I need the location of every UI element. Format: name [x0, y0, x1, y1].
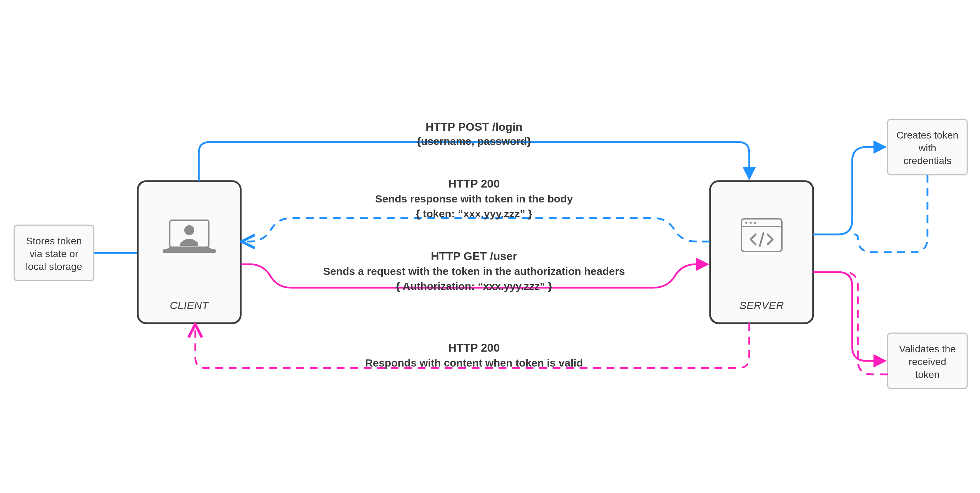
svg-point-9 — [749, 222, 752, 224]
client-label: CLIENT — [170, 300, 210, 311]
svg-point-10 — [754, 222, 756, 224]
flow3-sub2: { Authorization: “xxx.yyy.zzz” } — [396, 280, 552, 292]
flow1-arrow — [199, 142, 749, 181]
create-line1: Creates token — [897, 130, 958, 140]
storage-line3: local storage — [26, 261, 83, 272]
create-to-server-arrow — [854, 175, 928, 252]
validate-line2: received — [908, 356, 946, 367]
storage-line2: via state or — [30, 248, 78, 259]
server-to-create-arrow — [813, 147, 884, 235]
flow2-title: HTTP 200 — [448, 177, 500, 190]
server-label: SERVER — [739, 300, 784, 311]
flow1-sub: {username, password} — [417, 135, 531, 147]
validate-line3: token — [915, 369, 940, 380]
validate-token-box: Validates the received token — [888, 333, 967, 389]
validate-line1: Validates the — [899, 343, 956, 354]
flow3-sub1: Sends a request with the token in the au… — [323, 265, 625, 277]
validate-to-server-arrow — [844, 272, 888, 374]
create-token-box: Creates token with credentials — [888, 119, 967, 175]
flow2-arrow — [244, 218, 710, 241]
client-box: CLIENT — [138, 181, 241, 323]
flow2-sub1: Sends response with token in the body — [375, 193, 573, 204]
svg-point-3 — [184, 225, 194, 235]
flow2-sub2: { token: “xxx.yyy.zzz” } — [416, 208, 532, 220]
svg-point-8 — [745, 222, 748, 224]
server-to-validate-arrow — [813, 272, 884, 361]
create-line3: credentials — [903, 155, 951, 166]
storage-box: Stores token via state or local storage — [14, 225, 94, 281]
server-box: SERVER — [710, 181, 813, 323]
create-line2: with — [918, 142, 936, 153]
auth-flow-diagram: Stores token via state or local storage … — [0, 0, 980, 493]
svg-rect-4 — [162, 249, 216, 253]
flow4-sub1: Responds with content when token is vali… — [365, 357, 583, 369]
flow4-title: HTTP 200 — [448, 341, 500, 354]
flow3-title: HTTP GET /user — [431, 250, 517, 262]
flow1-title: HTTP POST /login — [425, 120, 522, 133]
storage-line1: Stores token — [26, 236, 82, 247]
